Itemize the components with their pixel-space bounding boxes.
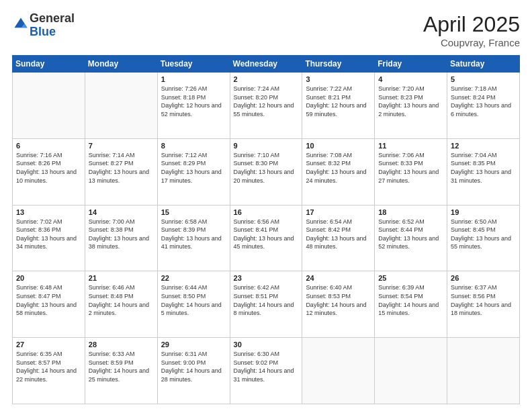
day-info: Sunrise: 7:12 AM Sunset: 8:29 PM Dayligh…	[161, 151, 226, 185]
calendar-week-5: 27Sunrise: 6:35 AM Sunset: 8:57 PM Dayli…	[13, 338, 520, 404]
day-info: Sunrise: 6:30 AM Sunset: 9:02 PM Dayligh…	[234, 350, 299, 383]
day-number: 20	[16, 274, 81, 282]
day-number: 29	[161, 340, 226, 349]
day-info: Sunrise: 7:06 AM Sunset: 8:33 PM Dayligh…	[378, 151, 443, 185]
day-info: Sunrise: 7:16 AM Sunset: 8:26 PM Dayligh…	[16, 151, 81, 185]
calendar-cell: 1Sunrise: 7:26 AM Sunset: 8:18 PM Daylig…	[157, 73, 230, 139]
calendar-cell: 18Sunrise: 6:52 AM Sunset: 8:44 PM Dayli…	[375, 205, 447, 271]
day-number: 2	[234, 75, 299, 83]
day-number: 13	[16, 208, 81, 216]
calendar-location: Coupvray, France	[423, 37, 520, 48]
day-number: 8	[161, 142, 226, 150]
day-info: Sunrise: 7:08 AM Sunset: 8:32 PM Dayligh…	[306, 151, 371, 185]
logo-general-text: General	[30, 12, 75, 26]
day-info: Sunrise: 6:40 AM Sunset: 8:53 PM Dayligh…	[306, 283, 371, 317]
header-saturday: Saturday	[447, 56, 520, 73]
calendar-title: April 2025	[423, 12, 520, 37]
day-info: Sunrise: 7:00 AM Sunset: 8:38 PM Dayligh…	[89, 218, 154, 251]
day-number: 3	[306, 75, 371, 83]
calendar-cell: 24Sunrise: 6:40 AM Sunset: 8:53 PM Dayli…	[302, 271, 375, 338]
calendar-cell: 16Sunrise: 6:56 AM Sunset: 8:41 PM Dayli…	[230, 205, 302, 271]
calendar-week-4: 20Sunrise: 6:48 AM Sunset: 8:47 PM Dayli…	[13, 271, 520, 338]
day-number: 28	[89, 340, 154, 349]
day-info: Sunrise: 7:24 AM Sunset: 8:20 PM Dayligh…	[234, 85, 299, 118]
calendar-cell	[375, 338, 447, 404]
calendar-week-3: 13Sunrise: 7:02 AM Sunset: 8:36 PM Dayli…	[13, 205, 520, 271]
day-number: 16	[234, 208, 299, 216]
day-number: 27	[16, 340, 81, 349]
calendar-cell: 14Sunrise: 7:00 AM Sunset: 8:38 PM Dayli…	[85, 205, 157, 271]
calendar-cell: 3Sunrise: 7:22 AM Sunset: 8:21 PM Daylig…	[302, 73, 375, 139]
day-info: Sunrise: 6:31 AM Sunset: 9:00 PM Dayligh…	[161, 350, 226, 383]
logo: General Blue	[12, 12, 75, 39]
calendar-cell: 20Sunrise: 6:48 AM Sunset: 8:47 PM Dayli…	[13, 271, 85, 338]
title-block: April 2025 Coupvray, France	[423, 12, 520, 48]
day-number: 12	[451, 142, 516, 150]
day-info: Sunrise: 6:50 AM Sunset: 8:45 PM Dayligh…	[451, 218, 516, 251]
logo-blue-text: Blue	[30, 25, 56, 38]
day-number: 4	[378, 75, 443, 83]
calendar-cell: 15Sunrise: 6:58 AM Sunset: 8:39 PM Dayli…	[157, 205, 230, 271]
header-friday: Friday	[375, 56, 447, 73]
calendar-cell: 12Sunrise: 7:04 AM Sunset: 8:35 PM Dayli…	[447, 138, 520, 205]
calendar-cell: 4Sunrise: 7:20 AM Sunset: 8:23 PM Daylig…	[375, 73, 447, 139]
day-info: Sunrise: 7:14 AM Sunset: 8:27 PM Dayligh…	[89, 151, 154, 185]
calendar-cell: 27Sunrise: 6:35 AM Sunset: 8:57 PM Dayli…	[13, 338, 85, 404]
calendar-cell	[302, 338, 375, 404]
calendar-cell: 9Sunrise: 7:10 AM Sunset: 8:30 PM Daylig…	[230, 138, 302, 205]
calendar-cell: 8Sunrise: 7:12 AM Sunset: 8:29 PM Daylig…	[157, 138, 230, 205]
weekday-header-row: Sunday Monday Tuesday Wednesday Thursday…	[13, 56, 520, 73]
calendar-cell: 21Sunrise: 6:46 AM Sunset: 8:48 PM Dayli…	[85, 271, 157, 338]
calendar-cell: 10Sunrise: 7:08 AM Sunset: 8:32 PM Dayli…	[302, 138, 375, 205]
calendar-cell: 6Sunrise: 7:16 AM Sunset: 8:26 PM Daylig…	[13, 138, 85, 205]
header-sunday: Sunday	[13, 56, 85, 73]
day-number: 1	[161, 75, 226, 83]
day-number: 14	[89, 208, 154, 216]
calendar-cell: 28Sunrise: 6:33 AM Sunset: 8:59 PM Dayli…	[85, 338, 157, 404]
day-info: Sunrise: 6:48 AM Sunset: 8:47 PM Dayligh…	[16, 283, 81, 317]
calendar-cell: 22Sunrise: 6:44 AM Sunset: 8:50 PM Dayli…	[157, 271, 230, 338]
day-number: 11	[378, 142, 443, 150]
calendar-week-1: 1Sunrise: 7:26 AM Sunset: 8:18 PM Daylig…	[13, 73, 520, 139]
calendar-cell: 30Sunrise: 6:30 AM Sunset: 9:02 PM Dayli…	[230, 338, 302, 404]
day-number: 19	[451, 208, 516, 216]
header-monday: Monday	[85, 56, 157, 73]
calendar-cell: 25Sunrise: 6:39 AM Sunset: 8:54 PM Dayli…	[375, 271, 447, 338]
day-info: Sunrise: 6:35 AM Sunset: 8:57 PM Dayligh…	[16, 350, 81, 383]
day-info: Sunrise: 6:52 AM Sunset: 8:44 PM Dayligh…	[378, 218, 443, 251]
day-number: 7	[89, 142, 154, 150]
calendar-cell: 5Sunrise: 7:18 AM Sunset: 8:24 PM Daylig…	[447, 73, 520, 139]
calendar-cell: 19Sunrise: 6:50 AM Sunset: 8:45 PM Dayli…	[447, 205, 520, 271]
calendar-cell	[447, 338, 520, 404]
calendar-week-2: 6Sunrise: 7:16 AM Sunset: 8:26 PM Daylig…	[13, 138, 520, 205]
day-number: 18	[378, 208, 443, 216]
calendar-cell	[85, 73, 157, 139]
calendar-cell: 17Sunrise: 6:54 AM Sunset: 8:42 PM Dayli…	[302, 205, 375, 271]
calendar-cell	[13, 73, 85, 139]
day-info: Sunrise: 6:42 AM Sunset: 8:51 PM Dayligh…	[234, 283, 299, 317]
day-number: 26	[451, 274, 516, 282]
logo-icon	[13, 17, 28, 32]
day-info: Sunrise: 7:02 AM Sunset: 8:36 PM Dayligh…	[16, 218, 81, 251]
day-number: 25	[378, 274, 443, 282]
calendar-cell: 2Sunrise: 7:24 AM Sunset: 8:20 PM Daylig…	[230, 73, 302, 139]
day-info: Sunrise: 7:18 AM Sunset: 8:24 PM Dayligh…	[451, 85, 516, 118]
day-number: 24	[306, 274, 371, 282]
day-number: 6	[16, 142, 81, 150]
day-number: 9	[234, 142, 299, 150]
day-info: Sunrise: 6:44 AM Sunset: 8:50 PM Dayligh…	[161, 283, 226, 317]
header-thursday: Thursday	[302, 56, 375, 73]
header-wednesday: Wednesday	[230, 56, 302, 73]
day-number: 23	[234, 274, 299, 282]
header-tuesday: Tuesday	[157, 56, 230, 73]
day-info: Sunrise: 6:37 AM Sunset: 8:56 PM Dayligh…	[451, 283, 516, 317]
day-number: 21	[89, 274, 154, 282]
day-info: Sunrise: 6:58 AM Sunset: 8:39 PM Dayligh…	[161, 218, 226, 251]
day-info: Sunrise: 7:26 AM Sunset: 8:18 PM Dayligh…	[161, 85, 226, 118]
calendar-cell: 13Sunrise: 7:02 AM Sunset: 8:36 PM Dayli…	[13, 205, 85, 271]
day-info: Sunrise: 7:22 AM Sunset: 8:21 PM Dayligh…	[306, 85, 371, 118]
calendar-table: Sunday Monday Tuesday Wednesday Thursday…	[12, 55, 520, 404]
day-info: Sunrise: 6:46 AM Sunset: 8:48 PM Dayligh…	[89, 283, 154, 317]
day-number: 17	[306, 208, 371, 216]
page: General Blue April 2025 Coupvray, France…	[0, 0, 532, 411]
